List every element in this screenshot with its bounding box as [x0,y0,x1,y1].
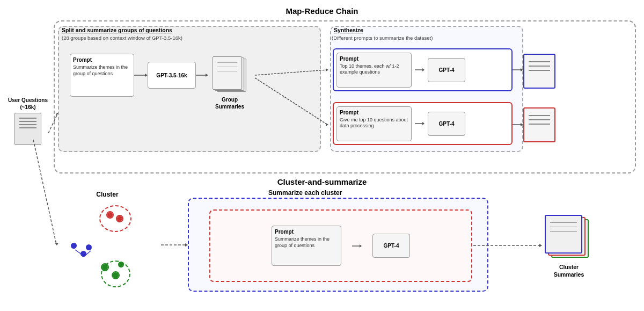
diagram-container: Map-Reduce Chain Cluster-and-summarize U… [0,0,644,311]
arrow-synth-2 [415,120,425,127]
cluster-prompt-box: Prompt Summarize themes in the group of … [272,226,341,266]
user-questions-label: User Questions (~16k) [6,97,49,111]
cluster-inner-box: Prompt Summarize themes in the group of … [209,209,472,282]
cluster-title: Cluster [54,191,161,198]
red-dot-ring-2 [116,215,123,222]
synth-box-red: Prompt Give me top 10 questions about da… [333,102,513,145]
cluster-stacked-pages [545,215,593,261]
split-section-subtitle: (28 groups based on context window of GP… [62,35,182,41]
svg-marker-1 [422,68,425,71]
blue-cluster-connector [67,239,97,263]
red-cluster-ring [99,205,131,232]
page-front [213,56,242,90]
gpt35-box: GPT-3.5-16k [148,62,196,89]
synth-gpt4-2: GPT-4 [428,112,465,136]
svg-line-22 [33,140,56,244]
arrow-synth-1 [415,67,425,73]
cluster-section: Cluster [54,191,161,293]
red-dot-ring-1 [106,211,114,219]
split-prompt-text: Summarize themes in the group of questio… [73,64,131,77]
split-prompt-label: Prompt [73,57,131,63]
group-summaries: GroupSummaries [208,56,251,110]
stacked-pages [213,56,247,94]
synth-prompt-text-1: Top 10 themes, each w/ 1-2 example quest… [340,63,408,76]
split-prompt-box: Prompt Summarize themes in the group of … [70,54,134,97]
synth-prompt-label-1: Prompt [340,56,408,62]
synth-gpt4-1: GPT-4 [428,58,465,82]
cs-page-blue [545,215,582,254]
cluster-gpt4: GPT-4 [372,234,410,258]
main-title: Map-Reduce Chain [0,6,644,16]
output-blue-doc [523,54,555,89]
output-red-doc [523,107,555,142]
synth-prompt-box-2: Prompt Give me top 10 questions about da… [336,106,412,141]
cluster-prompt-text: Summarize themes in the group of questio… [275,236,338,249]
cluster-visual [59,202,156,283]
synthesize-title: Synthesize [334,27,363,33]
cluster-summaries-output: ClusterSummaries [542,215,596,279]
synth-prompt-label-2: Prompt [340,110,408,115]
group-summaries-label: GroupSummaries [208,96,251,110]
synth-box-blue: Prompt Top 10 themes, each w/ 1-2 exampl… [333,48,513,91]
cluster-summaries-label: ClusterSummaries [542,264,596,278]
user-questions-doc-icon [14,113,41,145]
bottom-section-title: Cluster-and-summarize [0,177,644,186]
svg-line-5 [84,251,91,256]
svg-marker-7 [360,244,362,248]
synth-prompt-text-2: Give me top 10 questions about data proc… [340,117,408,129]
synthesize-subtitle: (Different prompts to summarize the data… [332,35,433,41]
summarize-cluster-title: Summarize each cluster [268,189,342,197]
svg-line-4 [75,250,84,256]
user-questions: User Questions (~16k) [6,97,49,145]
synth-prompt-box-1: Prompt Top 10 themes, each w/ 1-2 exampl… [336,53,412,88]
svg-marker-3 [422,122,425,125]
cluster-prompt-label: Prompt [275,229,338,235]
arrow-cluster-prompt [352,243,362,249]
green-dashed-cluster [101,261,130,287]
split-section-title: Split and summarize groups of questions [62,27,172,33]
